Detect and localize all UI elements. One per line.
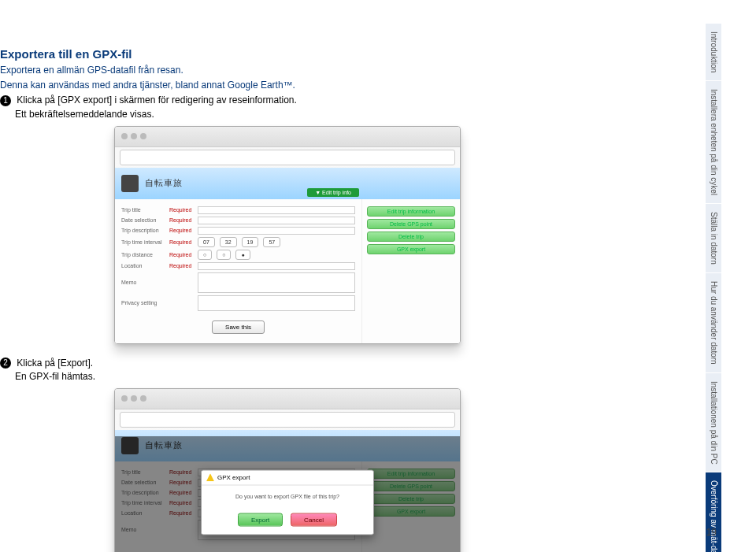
warning-icon [206,473,214,481]
modal-header: GPX export [202,470,373,485]
step-2: 2 Klicka på [Export]. [0,357,551,369]
screenshot-2: 自転車旅 Trip titleRequired Date selectionRe… [114,388,461,552]
step-1-text: Klicka på [GPX export] i skärmen för red… [17,94,297,106]
radio: ○ [217,250,231,260]
label: Trip time interval [121,239,165,245]
text-field [198,217,355,224]
site-title: 自転車旅 [145,177,183,189]
required-badge: Required [169,239,193,245]
intro-line-1: Exportera en allmän GPS-datafil från res… [0,64,551,76]
label: Privacy setting [121,300,165,306]
section-heading: Exportera till en GPX-fil [0,47,551,61]
manual-page: Exportera till en GPX-fil Exportera en a… [0,0,756,552]
modal-body: Do you want to export GPX file of this t… [202,485,373,506]
site-logo [121,175,139,192]
textarea [198,272,355,293]
tab-stalla-in-datorn[interactable]: Ställa in datorn [706,204,721,273]
label: Location [121,263,165,269]
tab-installera-enheten[interactable]: Installera enheten på din cykel [706,81,721,204]
side-tabs: Introduktion Installera enheten på din c… [706,24,721,552]
address-bar [120,412,455,428]
save-row: Save this [121,313,355,339]
textarea [198,295,355,311]
radio: ○ [198,250,212,260]
page-number: 19 [706,527,717,538]
modal-title: GPX export [217,474,250,481]
required-badge: Required [169,252,193,257]
label: Date selection [121,217,165,223]
cancel-button[interactable]: Cancel [291,513,337,526]
tab-hur-du-anvander[interactable]: Hur du använder datorn [706,273,721,373]
label: Trip description [121,228,165,233]
pill: 07 [198,237,215,247]
side-item: Edit trip information [367,206,455,217]
gpx-export-modal: GPX export Do you want to export GPX fil… [201,469,374,535]
radio: ● [235,250,250,260]
required-badge: Required [169,207,193,213]
site-banner: 自転車旅 [115,168,460,199]
required-badge: Required [169,263,193,269]
screenshot-body: Trip titleRequired Date selectionRequire… [115,199,460,343]
export-button[interactable]: Export [238,513,283,526]
step-2-text: Klicka på [Export]. [17,358,93,369]
browser-toolbar [115,127,460,147]
screenshot-1: 自転車旅 ▼ Edit trip info Trip titleRequired… [114,126,461,344]
tab-introduktion[interactable]: Introduktion [706,24,721,81]
step-1-sub: Ett bekräftelsemeddelande visas. [15,109,551,120]
required-badge: Required [169,228,193,233]
label: Memo [121,280,165,285]
step-1: 1 Klicka på [GPX export] i skärmen för r… [0,94,551,106]
save-button: Save this [212,320,265,334]
form-area: Trip titleRequired Date selectionRequire… [115,199,361,343]
side-item: Delete GPS point [367,219,455,229]
tab-overforing-matdata[interactable]: Överföring av mät-data [706,472,721,552]
pill: 19 [242,237,259,247]
side-item-gpx: GPX export [367,244,455,254]
modal-buttons: Export Cancel [202,506,373,534]
pill: 57 [263,237,280,247]
side-panel: Edit trip information Delete GPS point D… [361,199,460,343]
text-field [198,262,355,270]
side-item: Delete trip [367,232,455,242]
label: Trip distance [121,252,165,257]
text-field [198,227,355,235]
content-column: Exportera till en GPX-fil Exportera en a… [0,47,551,552]
tab-installationen-pc[interactable]: Installationen på din PC [706,373,721,473]
label: Trip title [121,207,165,213]
browser-toolbar [115,389,460,409]
required-badge: Required [169,217,193,223]
step-number-2: 2 [0,358,11,369]
intro-line-2: Denna kan användas med andra tjänster, b… [0,79,551,91]
address-bar [120,150,455,165]
edit-trip-tag: ▼ Edit trip info [307,188,359,197]
pill: 32 [220,237,237,247]
step-number-1: 1 [0,95,11,106]
step-2-sub: En GPX-fil hämtas. [15,371,551,382]
text-field [198,206,355,214]
